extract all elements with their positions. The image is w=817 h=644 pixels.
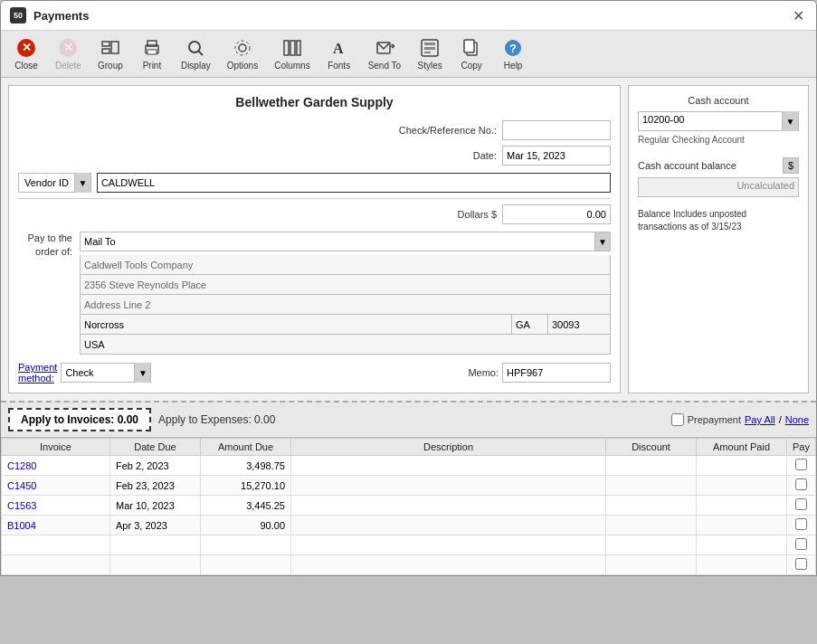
- vendor-id-dropdown-arrow[interactable]: ▼: [74, 173, 90, 193]
- print-icon: [141, 37, 163, 59]
- styles-icon: [419, 37, 441, 59]
- invoice-link[interactable]: B1004: [7, 520, 36, 531]
- svg-rect-23: [424, 52, 431, 53]
- invoice-link[interactable]: C1563: [7, 500, 36, 511]
- pay-all-link[interactable]: Pay All: [745, 414, 775, 425]
- address-state-input[interactable]: [511, 315, 547, 335]
- amount-paid-cell: [697, 535, 787, 555]
- invoice-table: Invoice Date Due Amount Due Description …: [1, 438, 816, 575]
- svg-rect-6: [111, 42, 119, 53]
- cash-account-dropdown[interactable]: 10200-00 ▼: [638, 111, 799, 131]
- cash-balance-dollar-button[interactable]: $: [783, 157, 799, 174]
- pay-checkbox[interactable]: [795, 478, 807, 490]
- payment-method-arrow[interactable]: ▼: [134, 363, 150, 383]
- address-street-input[interactable]: [80, 275, 611, 295]
- svg-point-13: [235, 41, 250, 55]
- none-link[interactable]: None: [785, 414, 809, 425]
- window-close-button[interactable]: ✕: [789, 6, 807, 24]
- address-country-input[interactable]: [80, 335, 611, 355]
- pay-cell: [787, 496, 816, 516]
- col-header-description: Description: [291, 439, 606, 456]
- pay-cell: [787, 516, 816, 535]
- columns-icon: [281, 37, 303, 59]
- help-button[interactable]: ? Help: [493, 34, 533, 73]
- date-input[interactable]: [502, 146, 611, 166]
- amount-paid-cell: [697, 496, 787, 516]
- svg-rect-4: [102, 42, 109, 46]
- check-ref-input[interactable]: [502, 120, 611, 140]
- sendto-button[interactable]: Send To: [361, 34, 409, 73]
- pay-order-label: Pay to theorder of:: [18, 232, 72, 355]
- left-panel: Bellwether Garden Supply Check/Reference…: [8, 85, 621, 393]
- address-zip-input[interactable]: [547, 315, 611, 335]
- group-icon: [100, 37, 121, 59]
- invoice-cell: C1450: [2, 476, 110, 496]
- svg-text:✕: ✕: [63, 41, 73, 54]
- date-due-cell: Apr 3, 2023: [110, 516, 201, 535]
- close-icon: ✕: [15, 37, 37, 59]
- address-line2-input[interactable]: [80, 295, 611, 315]
- address-city-input[interactable]: [80, 315, 511, 335]
- payment-memo-row: Paymentmethod: Check ▼ Memo:: [18, 362, 611, 384]
- pay-order-right: ▼: [80, 232, 611, 355]
- vendor-row: Vendor ID ▼: [18, 173, 611, 193]
- options-button[interactable]: Options: [220, 34, 265, 73]
- pay-checkbox[interactable]: [795, 538, 807, 550]
- apply-invoices-button[interactable]: Apply to Invoices: 0.00: [8, 408, 151, 431]
- styles-button[interactable]: Styles: [410, 34, 450, 73]
- pay-checkbox[interactable]: [795, 459, 807, 470]
- copy-icon: [461, 37, 482, 59]
- prepayment-checkbox[interactable]: [671, 413, 684, 426]
- delete-button[interactable]: ✕ Delete: [48, 34, 89, 73]
- address-company-input[interactable]: [80, 255, 611, 275]
- description-cell: [291, 555, 606, 575]
- invoice-link[interactable]: C1450: [7, 480, 36, 491]
- pay-cell: [787, 456, 816, 476]
- vendor-id-dropdown[interactable]: Vendor ID ▼: [18, 173, 91, 193]
- vendor-id-input[interactable]: [97, 173, 611, 193]
- cash-account-arrow[interactable]: ▼: [782, 111, 798, 131]
- pay-checkbox[interactable]: [795, 498, 807, 510]
- date-label: Date:: [473, 150, 497, 161]
- svg-rect-16: [297, 41, 300, 55]
- amount-paid-cell: [697, 456, 787, 476]
- main-content: Bellwether Garden Supply Check/Reference…: [1, 78, 816, 401]
- memo-input[interactable]: [502, 363, 611, 383]
- regular-checking-label: Regular Checking Account: [638, 135, 799, 145]
- date-due-cell: [110, 555, 201, 575]
- columns-button[interactable]: Columns: [267, 34, 317, 73]
- table-row: C1563Mar 10, 20233,445.25: [2, 496, 816, 516]
- toolbar: ✕ Close ✕ Delete Group: [1, 31, 816, 78]
- group-button[interactable]: Group: [90, 34, 130, 73]
- col-header-invoice: Invoice: [2, 439, 110, 456]
- dollars-label: Dollars $: [458, 209, 497, 220]
- display-icon: [185, 37, 206, 59]
- pay-to-dropdown-arrow[interactable]: ▼: [594, 232, 611, 251]
- copy-button[interactable]: Copy: [451, 34, 491, 73]
- table-row: [2, 555, 816, 575]
- dollars-input[interactable]: [502, 204, 611, 224]
- payment-method-dropdown[interactable]: Check ▼: [61, 363, 151, 383]
- pay-to-input[interactable]: [80, 232, 594, 251]
- payment-method-label[interactable]: Paymentmethod:: [18, 362, 57, 384]
- prepayment-group: Prepayment Pay All / None: [671, 413, 809, 426]
- table-row: C1280Feb 2, 20233,498.75: [2, 456, 816, 476]
- check-ref-label: Check/Reference No.:: [399, 125, 497, 136]
- pay-checkbox[interactable]: [795, 518, 807, 530]
- invoice-link[interactable]: C1280: [7, 460, 36, 471]
- sendto-icon: [374, 37, 395, 59]
- amount-paid-cell: [697, 476, 787, 496]
- svg-text:✕: ✕: [22, 41, 32, 54]
- discount-cell: [606, 476, 697, 496]
- table-row: C1450Feb 23, 202315,270.10: [2, 476, 816, 496]
- pay-checkbox[interactable]: [795, 558, 807, 570]
- invoice-table-container: Invoice Date Due Amount Due Description …: [1, 438, 816, 575]
- close-button[interactable]: ✕ Close: [6, 34, 46, 73]
- amount-paid-cell: [697, 555, 787, 575]
- discount-cell: [606, 456, 697, 476]
- amount-due-cell: [201, 535, 291, 555]
- amount-paid-cell: [697, 516, 787, 535]
- display-button[interactable]: Display: [174, 34, 218, 73]
- print-button[interactable]: Print: [132, 34, 172, 73]
- fonts-button[interactable]: A Fonts: [319, 34, 359, 73]
